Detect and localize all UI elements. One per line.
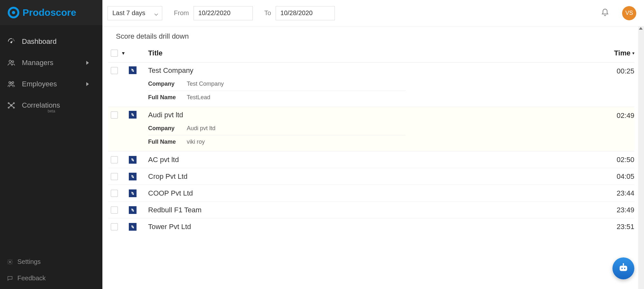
dynamics-icon	[129, 156, 137, 164]
detail-label-company: Company	[148, 125, 187, 132]
sidebar-item-settings[interactable]: Settings	[0, 254, 102, 270]
select-all-checkbox[interactable]	[111, 50, 118, 57]
table-row[interactable]: Test Company Company Test Company Full N…	[108, 63, 634, 107]
topbar: Last 7 days ⌵ From 10/22/2020 To 10/28/2…	[102, 0, 644, 26]
sidebar: Prodoscore Dashboard Managers	[0, 0, 102, 289]
svg-point-1	[12, 11, 15, 14]
svg-line-15	[11, 103, 14, 105]
from-label: From	[174, 9, 189, 17]
detail-value-fullname: TestLead	[187, 94, 210, 101]
dynamics-icon	[129, 223, 137, 231]
row-title: Redbull F1 Team	[148, 206, 596, 214]
row-checkbox[interactable]	[111, 156, 118, 163]
date-to-input[interactable]: 10/28/2020	[276, 6, 335, 20]
svg-point-4	[9, 60, 11, 63]
row-time: 04:05	[596, 172, 634, 181]
detail-label-company: Company	[148, 81, 187, 87]
row-checkbox[interactable]	[111, 111, 118, 119]
dynamics-icon	[129, 111, 137, 119]
svg-line-16	[9, 105, 11, 108]
brand-logo[interactable]: Prodoscore	[0, 0, 102, 25]
content: Score details drill down ▼ Title Time ▾	[102, 26, 644, 289]
svg-point-21	[624, 268, 625, 269]
table-row[interactable]: Redbull F1 Team 23:49	[108, 202, 634, 218]
sidebar-item-dashboard[interactable]: Dashboard	[0, 31, 102, 52]
date-range-value: Last 7 days	[112, 9, 145, 17]
table-row[interactable]: COOP Pvt Ltd 23:44	[108, 185, 634, 202]
date-from-input[interactable]: 10/22/2020	[194, 6, 253, 20]
dynamics-icon	[129, 206, 137, 214]
sidebar-item-label: Correlations	[22, 101, 60, 110]
brand-logo-icon	[7, 6, 20, 19]
row-title: COOP Pvt Ltd	[148, 189, 596, 197]
detail-value-company: Audi pvt ltd	[187, 125, 215, 132]
row-title: AC pvt ltd	[148, 156, 596, 164]
column-title[interactable]: Title	[148, 49, 596, 57]
sidebar-footer: Settings Feedback	[0, 254, 102, 289]
svg-point-5	[12, 61, 14, 63]
dynamics-icon	[129, 189, 137, 197]
row-title: Crop Pvt Ltd	[148, 172, 596, 181]
row-details: Company Audi pvt ltd Full Name viki roy	[148, 119, 596, 149]
gauge-icon	[6, 37, 16, 46]
detail-label-fullname: Full Name	[148, 139, 187, 145]
users-icon	[6, 58, 16, 68]
bell-icon[interactable]	[601, 8, 609, 18]
row-checkbox[interactable]	[111, 190, 118, 197]
sidebar-item-label: Dashboard	[22, 37, 57, 46]
sort-caret-icon: ▾	[632, 51, 634, 55]
sidebar-item-feedback[interactable]: Feedback	[0, 270, 102, 286]
detail-value-company: Test Company	[187, 81, 224, 87]
row-checkbox[interactable]	[111, 67, 118, 74]
sidebar-item-employees[interactable]: Employees	[0, 73, 102, 95]
brand-name: Prodoscore	[23, 7, 76, 18]
svg-point-20	[621, 268, 623, 269]
chat-fab[interactable]	[612, 257, 634, 279]
svg-point-23	[623, 263, 624, 265]
row-checkbox[interactable]	[111, 173, 118, 180]
detail-value-fullname: viki roy	[187, 139, 205, 145]
table-row[interactable]: Audi pvt ltd Company Audi pvt ltd Full N…	[108, 107, 634, 151]
svg-line-17	[11, 105, 14, 108]
date-to-block: To 10/28/2020	[264, 6, 335, 20]
row-time: 00:25	[596, 66, 634, 75]
bot-icon	[617, 262, 630, 275]
detail-label-fullname: Full Name	[148, 94, 187, 101]
row-checkbox[interactable]	[111, 223, 118, 230]
sidebar-item-managers[interactable]: Managers	[0, 52, 102, 73]
sidebar-item-label: Managers	[22, 59, 53, 67]
row-details: Company Test Company Full Name TestLead	[148, 75, 596, 104]
chat-icon	[6, 275, 14, 282]
sidebar-item-correlations[interactable]: Correlations beta	[0, 95, 102, 116]
section-title: Score details drill down	[108, 26, 634, 44]
row-title: Audi pvt ltd	[148, 111, 596, 119]
scrollbar[interactable]	[638, 26, 644, 289]
row-time: 02:49	[596, 111, 634, 120]
dynamics-icon	[129, 66, 137, 74]
caret-down-icon[interactable]: ▼	[121, 51, 126, 56]
svg-point-18	[9, 261, 11, 263]
beta-badge: beta	[48, 109, 55, 113]
users-group-icon	[6, 79, 16, 89]
to-label: To	[264, 9, 271, 17]
chevron-down-icon: ⌵	[154, 9, 158, 17]
sidebar-item-label: Employees	[22, 80, 57, 88]
sidebar-item-label: Settings	[17, 258, 41, 265]
dynamics-icon	[129, 173, 137, 180]
date-from-block: From 10/22/2020	[174, 6, 253, 20]
table-row[interactable]: AC pvt ltd 02:50	[108, 151, 634, 168]
sidebar-item-label: Feedback	[17, 275, 46, 282]
table-row[interactable]: Crop Pvt Ltd 04:05	[108, 168, 634, 185]
svg-rect-19	[620, 266, 627, 271]
table-row[interactable]: Tower Pvt Ltd 23:51	[108, 218, 634, 235]
avatar-initials: VS	[625, 10, 633, 16]
avatar[interactable]: VS	[622, 6, 636, 20]
date-range-select[interactable]: Last 7 days ⌵	[108, 6, 162, 20]
row-title: Test Company	[148, 66, 596, 75]
row-checkbox[interactable]	[111, 207, 118, 214]
chevron-right-icon	[86, 82, 89, 86]
network-icon	[6, 101, 16, 110]
row-time: 23:44	[596, 189, 634, 197]
column-time[interactable]: Time ▾	[596, 49, 634, 57]
scroll-up-icon[interactable]	[639, 27, 643, 30]
